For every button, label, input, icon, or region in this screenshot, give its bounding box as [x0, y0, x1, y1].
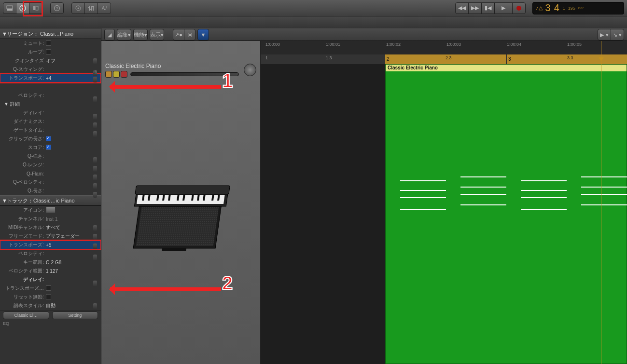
link-button[interactable]: ⋈: [184, 29, 195, 40]
svg-point-3: [22, 6, 23, 7]
region-transpose-field[interactable]: +4: [46, 76, 98, 81]
library-button[interactable]: [3, 2, 16, 14]
catch-button[interactable]: ↗●: [173, 29, 184, 40]
score-checkbox[interactable]: [46, 145, 51, 150]
track-icon-thumb[interactable]: [46, 206, 56, 213]
record-mini-button[interactable]: [121, 71, 127, 78]
record-button[interactable]: [512, 2, 526, 14]
edit-menu[interactable]: 編集 ▾: [117, 29, 131, 40]
function-menu[interactable]: 機能 ▾: [133, 29, 148, 40]
editor-toolbar: ◢ 編集 ▾ 機能 ▾ 表示 ▾ ↗● ⋈ ▼ ▶ ▾ ↘ ▾: [101, 28, 627, 41]
track-transpose-field[interactable]: +5: [46, 243, 98, 248]
view-menu[interactable]: 表示 ▾: [150, 29, 164, 40]
midi-channel-field[interactable]: すべて: [46, 224, 98, 231]
inspector-toggle-button[interactable]: [29, 2, 42, 14]
region-transpose-row[interactable]: トランスポーズ:+4: [0, 74, 101, 82]
editors-button[interactable]: [98, 2, 111, 14]
svg-rect-36: [136, 207, 219, 246]
playhead[interactable]: [601, 41, 601, 364]
svg-rect-6: [36, 6, 38, 10]
piano-roll-editor: ＋ ⊞ S ▾ 1 Classic Electric Piano: [101, 41, 627, 364]
rewind-button[interactable]: ◀◀: [455, 2, 469, 14]
back-button[interactable]: ◢: [104, 29, 115, 40]
inspector-panel: ▼リージョン： Classi…Piano ミュート: ループ: クオンタイズオフ…: [0, 28, 101, 364]
mute-checkbox[interactable]: [46, 40, 51, 46]
mixer-button[interactable]: [84, 2, 98, 14]
stop-go-start-button[interactable]: ▮◀: [481, 2, 495, 14]
control-bar-2: [0, 16, 627, 28]
info-button[interactable]: [16, 2, 29, 14]
svg-rect-14: [88, 7, 90, 8]
instrument-icon: [130, 166, 237, 272]
solo-mini-button[interactable]: [113, 71, 120, 78]
lcd-bar: 3: [545, 2, 551, 13]
smart-controls-button[interactable]: [71, 2, 85, 14]
alt-tool[interactable]: ↘ ▾: [611, 29, 624, 40]
pointer-tool[interactable]: ▶ ▾: [598, 29, 611, 40]
svg-rect-5: [33, 6, 35, 10]
metronome-icon: ♪△: [536, 5, 543, 11]
quantize-field[interactable]: オフ: [46, 57, 98, 64]
svg-rect-37: [162, 248, 186, 251]
region-section-header[interactable]: ▼リージョン： Classi…Piano: [0, 28, 101, 39]
svg-text:?: ?: [56, 6, 58, 11]
channel-strip-name[interactable]: Classic El…: [3, 311, 49, 319]
svg-rect-15: [90, 9, 92, 10]
volume-slider[interactable]: [130, 72, 239, 76]
svg-point-10: [78, 7, 79, 9]
loop-checkbox[interactable]: [46, 49, 51, 54]
forward-button[interactable]: ▶▶: [468, 2, 482, 14]
mute-mini-button[interactable]: [105, 71, 112, 78]
svg-rect-1: [7, 6, 13, 9]
lcd-beat: 4: [554, 2, 560, 13]
lcd-display[interactable]: ♪△ 3 4 1 195 bar: [532, 2, 624, 14]
lcd-div: 1: [563, 6, 565, 11]
play-button[interactable]: ▶: [494, 2, 513, 14]
track-name: Classic Electric Piano: [105, 63, 241, 69]
svg-rect-4: [22, 8, 23, 10]
transport-group: ◀◀ ▶▶ ▮◀ ▶: [455, 2, 526, 14]
midi-in-button[interactable]: ▼: [197, 29, 209, 40]
track-header[interactable]: 1 Classic Electric Piano: [101, 41, 261, 364]
pan-knob[interactable]: [244, 64, 256, 76]
lcd-tick: 195: [568, 6, 575, 11]
region-title: Classic Electric Piano: [386, 65, 627, 71]
track-transpose-row[interactable]: トランスポーズ:+5: [0, 241, 101, 249]
setting-button[interactable]: Setting: [52, 311, 98, 319]
editor-toggle-group: [71, 2, 111, 14]
piano-roll-grid[interactable]: 1:00:00 1:00:01 1:00:02 1:00:03 1:00:04 …: [261, 41, 627, 364]
freeze-mode-field[interactable]: プリフェーダー: [46, 233, 98, 240]
main-toolbar: ? ◀◀ ▶▶ ▮◀ ▶ ♪△ 3 4 1 195 bar: [0, 0, 627, 16]
svg-rect-20: [135, 186, 230, 194]
ruler[interactable]: 1:00:00 1:00:01 1:00:02 1:00:03 1:00:04 …: [261, 41, 627, 64]
svg-rect-16: [92, 6, 94, 7]
midi-region[interactable]: Classic Electric Piano: [385, 64, 627, 364]
help-button[interactable]: ?: [50, 2, 64, 14]
view-button-group: [3, 2, 42, 14]
track-section-header[interactable]: ▼トラック：Classic…ic Piano: [0, 195, 101, 206]
clip-length-checkbox[interactable]: [46, 136, 51, 141]
svg-rect-12: [91, 6, 92, 11]
svg-rect-0: [7, 9, 13, 11]
